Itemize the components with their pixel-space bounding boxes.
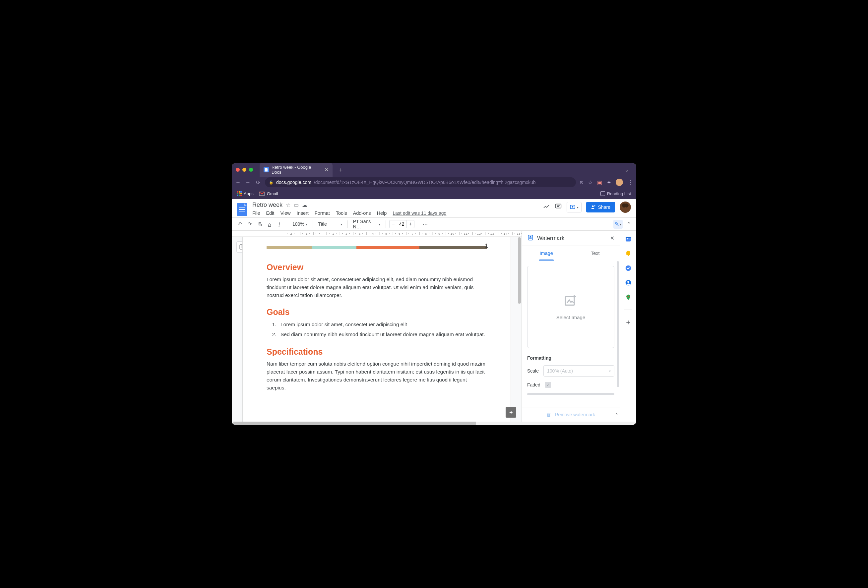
- list-item: Lorem ipsum dolor sit amet, consectetuer…: [278, 320, 487, 329]
- contacts-icon[interactable]: [624, 279, 632, 286]
- menu-format[interactable]: Format: [314, 211, 330, 216]
- redo-icon[interactable]: ↷: [246, 220, 254, 228]
- minimize-window[interactable]: [242, 168, 247, 172]
- sidebar-scrollbar[interactable]: [617, 261, 619, 387]
- svg-point-10: [530, 236, 531, 238]
- chrome-menu-icon[interactable]: ⋮: [627, 179, 633, 186]
- new-tab-button[interactable]: ＋: [335, 164, 347, 175]
- share-button[interactable]: Share: [586, 202, 615, 212]
- docs-home-link[interactable]: [237, 202, 249, 217]
- bookmark-star-icon[interactable]: ☆: [588, 179, 592, 186]
- reading-list-button[interactable]: Reading List: [601, 191, 631, 196]
- font-select[interactable]: PT Sans N…▾: [351, 217, 382, 231]
- star-icon[interactable]: ☆: [286, 202, 291, 208]
- gmail-icon: [259, 191, 265, 196]
- paragraph-style-select[interactable]: Title▾: [316, 220, 344, 228]
- svg-rect-1: [555, 204, 561, 208]
- back-button[interactable]: ←: [235, 179, 241, 185]
- font-size-decrease[interactable]: −: [390, 220, 397, 228]
- spellcheck-icon[interactable]: A: [266, 220, 273, 228]
- tab-text[interactable]: Text: [571, 246, 620, 261]
- maps-icon[interactable]: [624, 294, 632, 301]
- goals-list: Lorem ipsum dolor sit amet, consectetuer…: [278, 320, 487, 339]
- add-addon-icon[interactable]: ＋: [624, 318, 632, 326]
- menu-file[interactable]: File: [252, 211, 260, 216]
- menu-edit[interactable]: Edit: [266, 211, 274, 216]
- scale-select[interactable]: 100% (Auto) ▾: [543, 365, 614, 377]
- tasks-icon[interactable]: [624, 264, 632, 272]
- menu-tools[interactable]: Tools: [336, 211, 347, 216]
- sidebar-body: Select Image Formatting Scale 100% (Auto…: [522, 261, 620, 407]
- extension-icon[interactable]: ▣: [597, 179, 602, 186]
- menu-help[interactable]: Help: [377, 211, 387, 216]
- menu-insert[interactable]: Insert: [297, 211, 309, 216]
- font-size-value[interactable]: 42: [397, 220, 407, 228]
- close-sidebar-icon[interactable]: ✕: [610, 235, 614, 241]
- browser-tab[interactable]: Retro week - Google Docs ✕: [260, 163, 332, 177]
- sidebar-tabs: Image Text: [522, 246, 620, 261]
- heading-goals: Goals: [267, 307, 487, 317]
- vertical-scrollbar[interactable]: [518, 237, 521, 370]
- close-tab-icon[interactable]: ✕: [325, 167, 329, 172]
- tabs-menu-caret-icon[interactable]: ⌄: [621, 165, 632, 175]
- watermark-sidebar: Watermark ✕ Image Text Select Image Form…: [521, 231, 620, 421]
- keep-icon[interactable]: [624, 250, 632, 257]
- comments-icon[interactable]: [555, 203, 562, 211]
- horizontal-ruler[interactable]: ⠂ 2 ⠂| ⠂ 1 ⠂| ⠂ ⠂| ⠂ 1 ⠂| ⠂ 2 ⠂| ⠂ 3 ⠂| …: [232, 231, 521, 237]
- print-icon[interactable]: 🖶: [255, 220, 264, 228]
- apps-grid-icon: [237, 191, 242, 196]
- maximize-window[interactable]: [249, 168, 253, 172]
- remove-watermark-label: Remove watermark: [555, 412, 595, 417]
- share-page-icon[interactable]: ⎋: [580, 179, 583, 185]
- document-title[interactable]: Retro week: [252, 202, 282, 208]
- font-size-increase[interactable]: +: [407, 220, 414, 228]
- account-avatar[interactable]: [620, 202, 631, 213]
- bookmark-apps[interactable]: Apps: [237, 191, 254, 196]
- heading-specifications: Specifications: [267, 347, 487, 357]
- toolbar: ↶ ↷ 🖶 A ⟆ 100%▾ Title▾ PT Sans N…▾ − 42 …: [232, 217, 636, 231]
- reload-button[interactable]: ⟳: [255, 179, 261, 186]
- paragraph-specifications: Nam liber tempor cum soluta nobis eleife…: [267, 360, 487, 392]
- zoom-select[interactable]: 100%▾: [291, 220, 309, 228]
- remove-watermark-button[interactable]: 🗑 Remove watermark: [522, 407, 620, 421]
- browser-chrome: Retro week - Google Docs ✕ ＋ ⌄ ← → ⟳ 🔒 d…: [232, 163, 636, 199]
- formatting-heading: Formatting: [527, 355, 614, 361]
- collapse-toolbar-icon[interactable]: ⌃: [625, 220, 632, 229]
- bookmark-gmail[interactable]: Gmail: [259, 191, 278, 196]
- docs-logo-icon: [237, 203, 247, 216]
- activity-icon[interactable]: [543, 203, 550, 211]
- close-window[interactable]: [236, 168, 240, 172]
- present-button[interactable]: ▾: [567, 202, 582, 212]
- profile-avatar[interactable]: [616, 179, 623, 186]
- more-tools-icon[interactable]: ⋯: [421, 220, 430, 228]
- forward-button[interactable]: →: [245, 179, 251, 185]
- pencil-icon: ✎: [615, 221, 619, 227]
- sidebar-horizontal-scrollbar[interactable]: [527, 393, 614, 395]
- url-bar: ← → ⟳ 🔒 docs.google.com/document/d/1xG1z…: [232, 176, 636, 188]
- undo-icon[interactable]: ↶: [236, 220, 244, 228]
- tab-image[interactable]: Image: [522, 246, 571, 261]
- cloud-status-icon[interactable]: ☁: [302, 202, 307, 208]
- editing-mode-button[interactable]: ✎ ▾: [613, 220, 623, 229]
- last-edit-link[interactable]: Last edit was 11 days ago: [393, 211, 446, 216]
- browser-window: Retro week - Google Docs ✕ ＋ ⌄ ← → ⟳ 🔒 d…: [232, 163, 636, 425]
- explore-fab[interactable]: ✦: [506, 407, 516, 418]
- menu-addons[interactable]: Add-ons: [353, 211, 371, 216]
- document-scroll[interactable]: 1 Overview Lorem ipsum dolor sit amet, c…: [232, 237, 521, 421]
- docs-header: Retro week ☆ ▭ ☁ File Edit View Insert F…: [232, 199, 636, 217]
- svg-text:31: 31: [627, 238, 630, 241]
- move-icon[interactable]: ▭: [294, 202, 299, 208]
- extensions-puzzle-icon[interactable]: ✦: [607, 179, 611, 186]
- sidebar-collapse-icon[interactable]: ›: [616, 411, 618, 417]
- bottom-scrollbar[interactable]: [232, 421, 636, 425]
- calendar-icon[interactable]: 31: [624, 235, 632, 243]
- page[interactable]: 1 Overview Lorem ipsum dolor sit amet, c…: [242, 237, 511, 421]
- paint-format-icon[interactable]: ⟆: [276, 220, 283, 228]
- omnibox[interactable]: 🔒 docs.google.com/document/d/1xG1zOE4X_H…: [265, 177, 576, 187]
- scale-value: 100% (Auto): [547, 368, 573, 374]
- svg-point-18: [627, 296, 629, 297]
- page-number: 1: [485, 243, 488, 249]
- select-image-dropzone[interactable]: Select Image: [527, 266, 614, 348]
- faded-checkbox[interactable]: ✓: [545, 382, 551, 388]
- menu-view[interactable]: View: [280, 211, 291, 216]
